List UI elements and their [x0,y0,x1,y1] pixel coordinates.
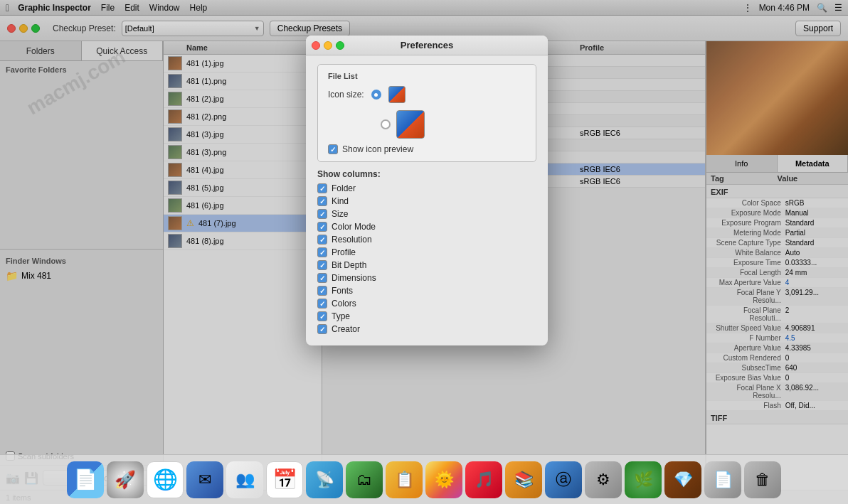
show-icon-preview-checkbox[interactable] [328,144,338,154]
dialog-title: Preferences [401,40,453,50]
column-label: Colors [332,299,356,309]
column-checkbox[interactable] [317,299,327,309]
small-icon-radio[interactable] [371,90,381,100]
column-option-row: Dimensions [317,273,536,283]
file-list-section: File List Icon size: Show icon preview [317,64,536,162]
column-label: Size [332,209,348,219]
file-list-section-title: File List [328,72,526,80]
column-label: Folder [332,183,356,193]
column-option-row: Creator [317,324,536,334]
dock-safari[interactable]: 🌐 [147,461,184,498]
dock-calendar[interactable]: 📅 [266,461,303,498]
large-icon-preview [396,110,425,139]
column-label: Kind [332,196,349,206]
column-checkbox[interactable] [317,273,327,283]
dock-photos[interactable]: 🌞 [425,461,462,498]
dialog-traffic-lights [312,41,344,50]
dock-sql[interactable]: 💎 [664,461,701,498]
column-checkbox[interactable] [317,311,327,321]
dock-finder[interactable]: 📄 [67,461,104,498]
dock-music[interactable]: 🎵 [465,461,502,498]
small-icon-preview [388,86,406,103]
column-checkbox[interactable] [317,196,327,206]
show-columns-section: Show columns: FolderKindSizeColor ModeRe… [317,169,536,334]
preferences-overlay: Preferences File List Icon size: Show ic… [0,0,848,504]
column-option-row: Folder [317,183,536,193]
dialog-titlebar: Preferences [306,36,548,55]
show-icon-preview-label: Show icon preview [342,144,413,154]
dialog-close-button[interactable] [312,41,320,50]
dock-app2[interactable]: 🗂 [346,461,383,498]
large-icon-radio[interactable] [381,119,391,129]
column-label: Type [332,311,350,321]
dock-preferences[interactable]: ⚙ [585,461,622,498]
column-option-row: Size [317,209,536,219]
column-option-row: Type [317,311,536,321]
column-option-row: Color Mode [317,222,536,232]
column-option-row: Resolution [317,235,536,245]
column-checkbox[interactable] [317,209,327,219]
column-label: Profile [332,247,356,257]
column-label: Fonts [332,286,353,296]
icon-size-label: Icon size: [328,90,364,100]
column-option-row: Profile [317,247,536,257]
column-option-row: Kind [317,196,536,206]
column-checkbox[interactable] [317,286,327,296]
dock-mail[interactable]: ✉ [186,461,223,498]
column-checkbox[interactable] [317,247,327,257]
column-label: Resolution [332,235,372,245]
column-option-row: Colors [317,299,536,309]
dialog-minimize-button[interactable] [324,41,332,50]
dock-launchpad[interactable]: 🚀 [107,461,144,498]
show-columns-title: Show columns: [317,169,536,179]
column-checkbox[interactable] [317,260,327,270]
preferences-dialog: Preferences File List Icon size: Show ic… [306,36,548,345]
dock-app4[interactable]: 🌿 [625,461,662,498]
dock-ibooks[interactable]: 📚 [505,461,542,498]
dock-contacts[interactable]: 👥 [226,461,263,498]
dock-appstore[interactable]: ⓐ [545,461,582,498]
column-label: Color Mode [332,222,376,232]
icon-size-row: Icon size: [328,86,526,103]
dock-files[interactable]: 📄 [704,461,741,498]
dialog-zoom-button[interactable] [336,41,344,50]
column-label: Creator [332,324,360,334]
column-label: Dimensions [332,273,376,283]
column-label: Bit Depth [332,260,366,270]
columns-list: FolderKindSizeColor ModeResolutionProfil… [317,183,536,334]
dialog-body: File List Icon size: Show icon preview S… [306,55,548,345]
column-option-row: Fonts [317,286,536,296]
large-icon-option [381,110,526,139]
dock: 📄 🚀 🌐 ✉ 👥 📅 📡 🗂 📋 🌞 🎵 📚 ⓐ ⚙ 🌿 💎 📄 🗑 [0,454,848,504]
column-checkbox[interactable] [317,222,327,232]
show-icon-preview-row: Show icon preview [328,144,526,154]
dock-trash[interactable]: 🗑 [744,461,781,498]
column-option-row: Bit Depth [317,260,536,270]
dock-app1[interactable]: 📡 [306,461,343,498]
dock-app3[interactable]: 📋 [386,461,423,498]
column-checkbox[interactable] [317,324,327,334]
column-checkbox[interactable] [317,183,327,193]
column-checkbox[interactable] [317,235,327,245]
